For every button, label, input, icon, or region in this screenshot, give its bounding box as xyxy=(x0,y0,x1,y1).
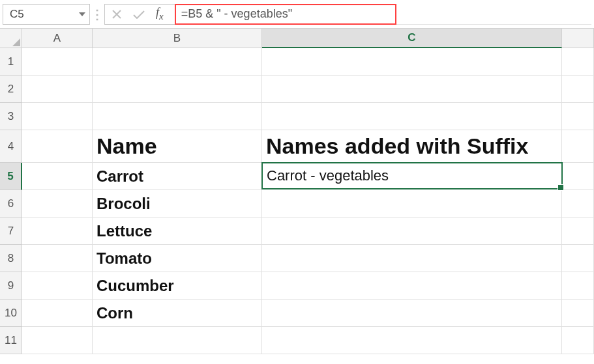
cell-B10[interactable]: Corn xyxy=(93,300,262,327)
cell-tail xyxy=(562,76,594,103)
row-header-1[interactable]: 1 xyxy=(0,48,22,76)
cell-tail xyxy=(562,300,594,327)
cell-B2[interactable] xyxy=(93,76,262,103)
cell-tail xyxy=(562,217,594,245)
separator-icon: ⋮ xyxy=(90,7,104,22)
cell-tail xyxy=(562,48,594,76)
cell-A6[interactable] xyxy=(22,190,93,217)
row-header-6[interactable]: 6 xyxy=(0,190,22,217)
cell-B4[interactable]: Name xyxy=(93,130,262,163)
cell-tail xyxy=(562,190,594,217)
cell-B9[interactable]: Cucumber xyxy=(93,272,262,300)
cell-A3[interactable] xyxy=(22,103,93,130)
cell-tail xyxy=(562,272,594,300)
col-header-tail xyxy=(562,29,594,48)
formula-bar: C5 ⋮ fx =B5 & " - vegetables" xyxy=(0,0,594,29)
cell-C4[interactable]: Names added with Suffix xyxy=(262,130,562,163)
row-header-3[interactable]: 3 xyxy=(0,103,22,130)
col-header-C[interactable]: C xyxy=(262,29,562,48)
spreadsheet-grid[interactable]: A B C 1 2 3 4 Name Names added with Suff… xyxy=(0,29,594,354)
row-header-8[interactable]: 8 xyxy=(0,245,22,272)
cell-B5[interactable]: Carrot xyxy=(93,163,262,190)
cell-A5[interactable] xyxy=(22,163,93,190)
cell-B1[interactable] xyxy=(93,48,262,76)
cell-C5[interactable]: Carrot - vegetables xyxy=(261,162,563,189)
col-header-B[interactable]: B xyxy=(93,29,262,48)
cell-tail xyxy=(562,163,594,190)
enter-icon[interactable] xyxy=(132,10,145,19)
row-header-11[interactable]: 11 xyxy=(0,327,22,354)
fx-icon[interactable]: fx xyxy=(156,6,169,22)
row-header-5[interactable]: 5 xyxy=(0,163,22,190)
formula-text: =B5 & " - vegetables" xyxy=(181,7,292,21)
cell-B7[interactable]: Lettuce xyxy=(93,217,262,245)
cell-C1[interactable] xyxy=(262,48,562,76)
cell-A7[interactable] xyxy=(22,217,93,245)
cell-tail xyxy=(562,245,594,272)
row-header-9[interactable]: 9 xyxy=(0,272,22,300)
name-box-value: C5 xyxy=(10,8,24,21)
dropdown-icon[interactable] xyxy=(79,12,85,16)
cell-tail xyxy=(562,327,594,354)
cell-tail xyxy=(562,130,594,163)
cell-B8[interactable]: Tomato xyxy=(93,245,262,272)
formula-input[interactable]: =B5 & " - vegetables" xyxy=(175,4,396,25)
cell-B3[interactable] xyxy=(93,103,262,130)
cell-tail xyxy=(562,103,594,130)
cell-C8[interactable] xyxy=(262,245,562,272)
cell-A10[interactable] xyxy=(22,300,93,327)
cell-C11[interactable] xyxy=(262,327,562,354)
cell-A8[interactable] xyxy=(22,245,93,272)
cell-C6[interactable] xyxy=(262,190,562,217)
cell-C7[interactable] xyxy=(262,217,562,245)
row-header-2[interactable]: 2 xyxy=(0,76,22,103)
name-box[interactable]: C5 xyxy=(3,4,90,25)
cell-A4[interactable] xyxy=(22,130,93,163)
cancel-icon[interactable] xyxy=(111,9,122,20)
cell-B6[interactable]: Brocoli xyxy=(93,190,262,217)
cell-C10[interactable] xyxy=(262,300,562,327)
select-all-triangle[interactable] xyxy=(0,29,22,48)
formula-bar-tail xyxy=(396,4,591,25)
cell-C9[interactable] xyxy=(262,272,562,300)
cell-C3[interactable] xyxy=(262,103,562,130)
cell-B11[interactable] xyxy=(93,327,262,354)
cell-A2[interactable] xyxy=(22,76,93,103)
cell-A9[interactable] xyxy=(22,272,93,300)
cell-A11[interactable] xyxy=(22,327,93,354)
formula-bar-buttons: fx xyxy=(104,4,175,25)
row-header-4[interactable]: 4 xyxy=(0,130,22,163)
row-header-10[interactable]: 10 xyxy=(0,300,22,327)
cell-C2[interactable] xyxy=(262,76,562,103)
row-header-7[interactable]: 7 xyxy=(0,217,22,245)
col-header-A[interactable]: A xyxy=(22,29,93,48)
cell-A1[interactable] xyxy=(22,48,93,76)
